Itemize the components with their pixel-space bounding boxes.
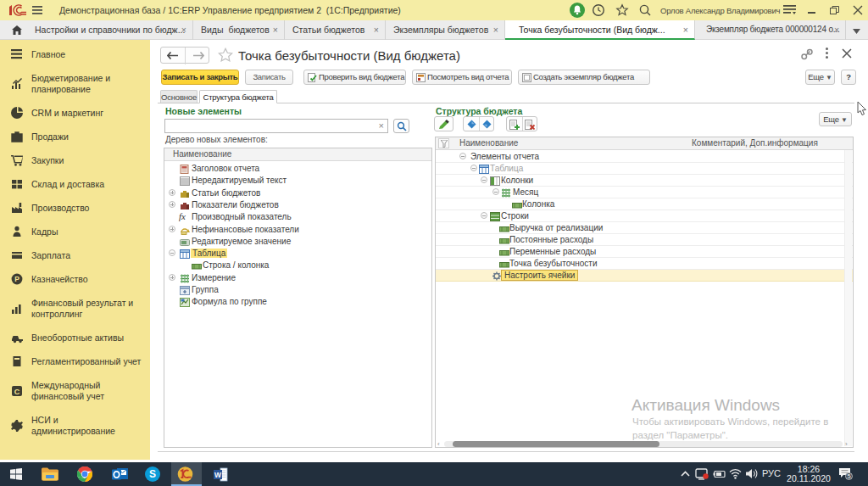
svg-text:C: C <box>14 387 20 395</box>
svg-text:5: 5 <box>847 472 850 480</box>
svg-text:W: W <box>214 471 222 479</box>
svg-text:P: P <box>14 275 19 283</box>
svg-text:S: S <box>149 468 156 480</box>
